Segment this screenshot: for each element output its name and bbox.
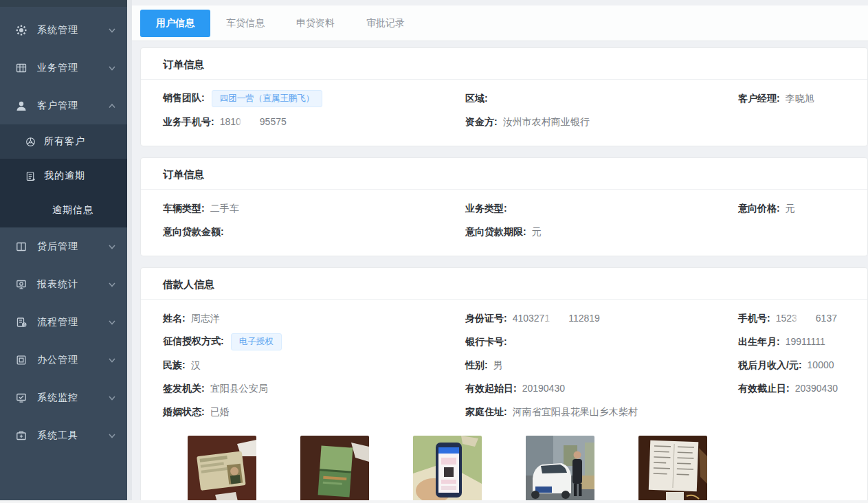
chevron-down-icon bbox=[108, 64, 116, 72]
chevron-down-icon bbox=[108, 243, 116, 251]
field-intended-price: 意向价格:元 bbox=[738, 202, 845, 215]
report-monitor-icon bbox=[15, 278, 27, 291]
sidebar-item-label: 流程管理 bbox=[37, 316, 108, 328]
tab-user-info[interactable]: 用户信息 bbox=[140, 10, 210, 37]
user-icon bbox=[15, 100, 27, 112]
sidebar-item-office-management[interactable]: 办公管理 bbox=[0, 341, 127, 379]
customers-wheel-icon bbox=[25, 136, 36, 147]
card-title: 订单信息 bbox=[141, 48, 867, 80]
sidebar-item-customer-management[interactable]: 客户管理 bbox=[0, 87, 127, 124]
sidebar-item-label: 系统管理 bbox=[37, 24, 108, 36]
sidebar-item-report-statistics[interactable]: 报表统计 bbox=[0, 265, 127, 303]
field-name: 姓名:周志洋 bbox=[163, 312, 465, 325]
card-title: 借款人信息 bbox=[141, 268, 867, 300]
toolbox-icon bbox=[15, 429, 27, 442]
photo-driver-license[interactable]: 驾驶证副页 bbox=[300, 436, 369, 503]
sidebar-item-label: 我的逾期 bbox=[44, 170, 85, 182]
sidebar-item-label: 业务管理 bbox=[37, 62, 108, 74]
photo-handwritten-document[interactable]: 其他资料 bbox=[638, 436, 707, 503]
field-monthly-income: 税后月收入/元:10000 bbox=[738, 359, 845, 372]
field-row: 民族:汉 性别:男 税后月收入/元:10000 bbox=[163, 353, 845, 377]
field-account-manager: 客户经理:李晓旭 bbox=[738, 92, 845, 105]
field-valid-from: 有效起始日:20190430 bbox=[465, 382, 738, 395]
sidebar-item-system-management[interactable]: 系统管理 bbox=[0, 11, 127, 49]
borrower-info-card: 借款人信息 姓名:周志洋 身份证号:4103271112819 手机号:1523… bbox=[140, 267, 868, 503]
chevron-down-icon bbox=[108, 432, 116, 440]
chevron-down-icon bbox=[108, 280, 116, 289]
field-row: 意向贷款金额: 意向贷款期限:元 bbox=[163, 220, 845, 243]
detail-tabbar: 用户信息 车贷信息 申贷资料 审批记录 bbox=[132, 5, 868, 41]
chevron-up-icon bbox=[108, 102, 116, 110]
field-intended-loan-term: 意向贷款期限:元 bbox=[465, 225, 738, 238]
field-credit-auth-method: 征信授权方式:电子授权 bbox=[163, 333, 465, 350]
chevron-down-icon bbox=[108, 318, 116, 326]
field-region: 区域: bbox=[465, 92, 738, 105]
field-vehicle-type: 车辆类型:二手车 bbox=[163, 202, 465, 215]
field-intended-loan-amount: 意向贷款金额: bbox=[163, 225, 465, 238]
sidebar-item-label: 贷后管理 bbox=[37, 241, 108, 253]
sidebar-menu: 系统管理 业务管理 客户管理 bbox=[0, 7, 127, 454]
chevron-down-icon bbox=[108, 356, 116, 364]
field-row: 婚姻状态:已婚 家庭住址:河南省宜阳县花果山乡木柴村 bbox=[163, 400, 845, 423]
redaction-blur bbox=[797, 314, 816, 323]
sidebar-item-process-management[interactable]: 流程管理 bbox=[0, 303, 127, 341]
field-business-type: 业务类型: bbox=[465, 202, 738, 215]
sidebar-top-shade bbox=[0, 0, 127, 7]
field-bank-card: 银行卡号: bbox=[465, 335, 738, 348]
sidebar-item-all-customers[interactable]: 所有客户 bbox=[0, 124, 127, 159]
photo-person-with-car[interactable]: 人车合影 bbox=[526, 436, 594, 503]
sidebar-item-label: 逾期信息 bbox=[52, 204, 93, 216]
sidebar-item-label: 系统监控 bbox=[37, 392, 108, 404]
field-home-address: 家庭住址:河南省宜阳县花果山乡木柴村 bbox=[465, 405, 738, 418]
overdue-list-icon bbox=[25, 170, 36, 181]
photo-id-card[interactable]: 身份证 bbox=[188, 436, 256, 503]
office-icon bbox=[15, 354, 27, 366]
sidebar-content-divider bbox=[127, 0, 132, 503]
sidebar-item-system-tools[interactable]: 系统工具 bbox=[0, 416, 127, 454]
field-gender: 性别:男 bbox=[465, 359, 738, 372]
field-valid-to: 有效截止日:20390430 bbox=[738, 382, 845, 395]
field-row: 业务手机号:181095575 资金方:汝州市农村商业银行 bbox=[163, 110, 845, 133]
field-mobile: 手机号:15236137 bbox=[738, 312, 845, 325]
monitor-check-icon bbox=[15, 392, 27, 404]
sidebar-item-label: 客户管理 bbox=[37, 100, 108, 112]
credit-auth-tag: 电子授权 bbox=[231, 333, 282, 350]
sidebar-item-label: 系统工具 bbox=[37, 429, 108, 442]
sidebar-item-business-management[interactable]: 业务管理 bbox=[0, 49, 127, 87]
customer-submenu: 所有客户 我的逾期 逾期信息 bbox=[0, 124, 127, 227]
field-row: 销售团队:四团一营（直属王鹏飞） 区域: 客户经理:李晓旭 bbox=[163, 87, 845, 110]
sidebar-item-system-monitor[interactable]: 系统监控 bbox=[0, 379, 127, 416]
field-row: 车辆类型:二手车 业务类型: 意向价格:元 bbox=[163, 197, 845, 220]
tab-car-loan-info[interactable]: 车贷信息 bbox=[210, 10, 280, 37]
photo-credit-auth-qr[interactable]: 征信授权 bbox=[413, 436, 482, 503]
field-row: 姓名:周志洋 身份证号:4103271112819 手机号:15236137 bbox=[163, 306, 845, 330]
field-row: 征信授权方式:电子授权 银行卡号: 出生年月:19911111 bbox=[163, 330, 845, 353]
main-content: 用户信息 车贷信息 申贷资料 审批记录 订单信息 销售团队:四团一营（直属王鹏飞… bbox=[132, 0, 868, 503]
document-photos: 身份证 bbox=[163, 423, 845, 503]
order-info-card: 订单信息 销售团队:四团一营（直属王鹏飞） 区域: 客户经理:李晓旭 业务手机号… bbox=[140, 47, 868, 146]
workflow-icon bbox=[15, 316, 27, 328]
window-bottom-edge bbox=[0, 500, 868, 503]
field-marital-status: 婚姻状态:已婚 bbox=[163, 405, 465, 418]
chevron-down-icon bbox=[108, 26, 116, 34]
app-window: 系统管理 业务管理 客户管理 bbox=[0, 0, 868, 503]
sidebar-item-label: 报表统计 bbox=[37, 278, 108, 291]
tab-loan-application-docs[interactable]: 申贷资料 bbox=[280, 10, 350, 37]
field-ethnicity: 民族:汉 bbox=[163, 359, 465, 372]
tab-approval-records[interactable]: 审批记录 bbox=[350, 10, 421, 37]
sidebar-item-overdue-info[interactable]: 逾期信息 bbox=[0, 193, 127, 227]
book-icon bbox=[15, 241, 27, 253]
sales-team-tag: 四团一营（直属王鹏飞） bbox=[212, 90, 323, 107]
sidebar-item-label: 所有客户 bbox=[44, 135, 85, 148]
redaction-blur bbox=[550, 314, 568, 323]
chevron-down-icon bbox=[108, 394, 116, 402]
field-birth-date: 出生年月:19911111 bbox=[738, 335, 845, 348]
grid-icon bbox=[15, 62, 27, 74]
sidebar-item-my-overdue[interactable]: 我的逾期 bbox=[0, 159, 127, 193]
card-title: 订单信息 bbox=[141, 158, 867, 190]
loan-intent-card: 订单信息 车辆类型:二手车 业务类型: 意向价格:元 意向贷款金额: bbox=[140, 157, 868, 256]
gear-icon bbox=[15, 24, 27, 36]
sidebar: 系统管理 业务管理 客户管理 bbox=[0, 0, 127, 503]
field-id-number: 身份证号:4103271112819 bbox=[465, 312, 738, 325]
sidebar-item-postloan-management[interactable]: 贷后管理 bbox=[0, 227, 127, 265]
